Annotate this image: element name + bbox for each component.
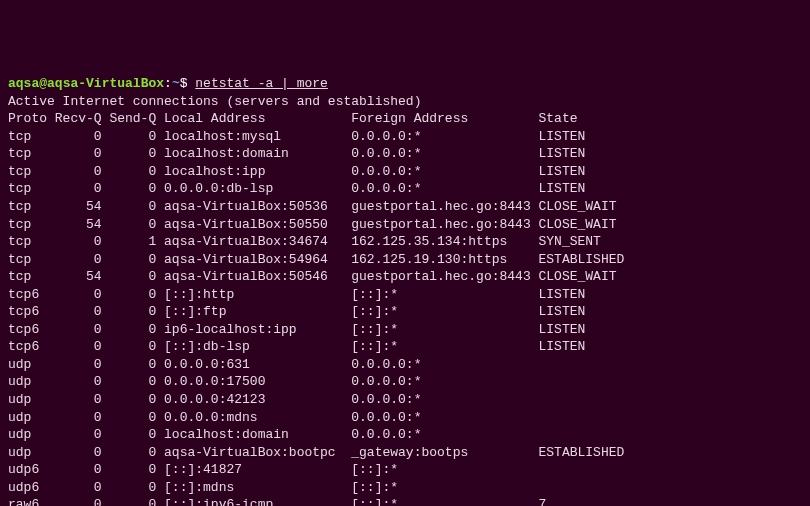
- internet-row: tcp6 0 0 [::]:db-lsp [::]:* LISTEN: [8, 339, 585, 354]
- internet-row: udp 0 0 aqsa-VirtualBox:bootpc _gateway:…: [8, 445, 624, 460]
- terminal-prompt: aqsa@aqsa-VirtualBox:~$: [8, 76, 195, 91]
- prompt-path: ~: [172, 76, 180, 91]
- internet-row: tcp 0 0 localhost:domain 0.0.0.0:* LISTE…: [8, 146, 585, 161]
- internet-row: udp6 0 0 [::]:41827 [::]:*: [8, 462, 398, 477]
- internet-row: raw6 0 0 [::]:ipv6-icmp [::]:* 7: [8, 497, 546, 506]
- command-input[interactable]: netstat -a | more: [195, 76, 328, 91]
- internet-row: tcp 0 1 aqsa-VirtualBox:34674 162.125.35…: [8, 234, 601, 249]
- internet-row: tcp 54 0 aqsa-VirtualBox:50550 guestport…: [8, 217, 617, 232]
- internet-row: tcp 0 0 localhost:mysql 0.0.0.0:* LISTEN: [8, 129, 585, 144]
- internet-row: udp 0 0 0.0.0.0:42123 0.0.0.0:*: [8, 392, 421, 407]
- prompt-colon: :: [164, 76, 172, 91]
- internet-row: tcp6 0 0 ip6-localhost:ipp [::]:* LISTEN: [8, 322, 585, 337]
- internet-row: tcp6 0 0 [::]:http [::]:* LISTEN: [8, 287, 585, 302]
- internet-row: tcp6 0 0 [::]:ftp [::]:* LISTEN: [8, 304, 585, 319]
- internet-row: udp 0 0 0.0.0.0:mdns 0.0.0.0:*: [8, 410, 421, 425]
- internet-row: tcp 0 0 localhost:ipp 0.0.0.0:* LISTEN: [8, 164, 585, 179]
- prompt-dollar: $: [180, 76, 196, 91]
- internet-row: tcp 54 0 aqsa-VirtualBox:50546 guestport…: [8, 269, 617, 284]
- internet-row: udp 0 0 localhost:domain 0.0.0.0:*: [8, 427, 421, 442]
- internet-row: udp 0 0 0.0.0.0:17500 0.0.0.0:*: [8, 374, 421, 389]
- header-internet: Active Internet connections (servers and…: [8, 94, 421, 109]
- internet-row: udp6 0 0 [::]:mdns [::]:*: [8, 480, 398, 495]
- internet-row: tcp 0 0 aqsa-VirtualBox:54964 162.125.19…: [8, 252, 624, 267]
- internet-row: tcp 0 0 0.0.0.0:db-lsp 0.0.0.0:* LISTEN: [8, 181, 585, 196]
- prompt-at: @: [39, 76, 47, 91]
- prompt-user: aqsa: [8, 76, 39, 91]
- internet-row: udp 0 0 0.0.0.0:631 0.0.0.0:*: [8, 357, 421, 372]
- internet-row: tcp 54 0 aqsa-VirtualBox:50536 guestport…: [8, 199, 617, 214]
- prompt-host: aqsa-VirtualBox: [47, 76, 164, 91]
- internet-header-cols: Proto Recv-Q Send-Q Local Address Foreig…: [8, 111, 578, 126]
